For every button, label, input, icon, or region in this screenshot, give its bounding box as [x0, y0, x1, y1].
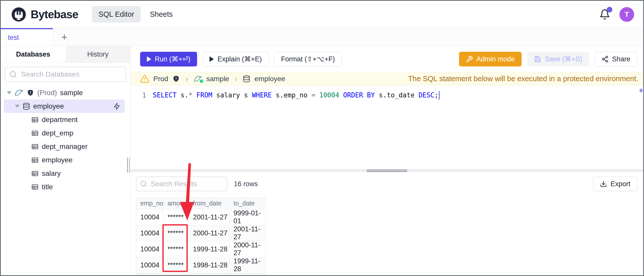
- lightning-icon[interactable]: [113, 102, 121, 110]
- cell-from-date: 1998-11-28: [189, 257, 229, 273]
- cell-to-date: 2000-11-27: [229, 241, 266, 257]
- mysql-dolphin-icon: [14, 89, 24, 97]
- table-name: dept_emp: [42, 129, 73, 137]
- text-cursor: [439, 91, 440, 100]
- protected-environment-notice: The SQL statement below will be executed…: [408, 75, 638, 83]
- download-icon: [600, 180, 607, 187]
- table-row[interactable]: 10004 ****** 2000-11-27 2001-11-27: [136, 225, 266, 241]
- results-panel: 16 rows Export emp_no: [130, 172, 643, 275]
- add-worksheet-button[interactable]: +: [53, 28, 76, 46]
- caret-down-icon[interactable]: [7, 91, 11, 94]
- worksheet-tabstrip: test +: [1, 28, 643, 46]
- results-search-input[interactable]: [150, 180, 223, 188]
- protected-environment-bar: Prod › sample ›: [130, 72, 643, 85]
- mysql-dolphin-icon: [194, 75, 202, 82]
- table-name: department: [42, 116, 78, 124]
- tree-table-dept-manager[interactable]: dept_manager: [1, 140, 130, 153]
- database-search[interactable]: [5, 67, 126, 82]
- play-icon: [210, 56, 214, 62]
- cell-to-date: 2001-11-27: [229, 225, 266, 241]
- line-number: 1: [130, 92, 153, 99]
- database-name: employee: [33, 102, 64, 110]
- editor-toolbar: Run (⌘+⏎) Explain (⌘+E) Format (⇧+⌥+F): [130, 46, 643, 72]
- tree-table-title[interactable]: title: [1, 180, 130, 194]
- worksheet-tab-label: test: [8, 34, 19, 42]
- tree-instance-row[interactable]: (Prod) sample: [1, 86, 130, 99]
- breadcrumb-database[interactable]: sample: [206, 75, 229, 83]
- panel-resize-divider[interactable]: [130, 169, 643, 172]
- export-button[interactable]: Export: [593, 177, 637, 191]
- admin-mode-button[interactable]: Admin mode: [459, 52, 522, 66]
- nav-sql-editor[interactable]: SQL Editor: [92, 6, 141, 23]
- save-button[interactable]: Save (⌘+S): [527, 52, 589, 66]
- cell-amount-masked: ******: [163, 209, 189, 225]
- results-search[interactable]: [136, 177, 227, 191]
- notification-dot: [607, 7, 612, 12]
- nav-sheets[interactable]: Sheets: [150, 10, 173, 19]
- sidebar-resize-handle[interactable]: [127, 158, 130, 172]
- minimap-cursor-marker: [640, 89, 642, 92]
- chevron-right-icon: ›: [235, 75, 237, 83]
- column-header-to-date[interactable]: to_date: [229, 198, 266, 209]
- cell-amount-masked: ******: [163, 225, 189, 241]
- search-icon: [140, 180, 147, 187]
- cell-from-date: 2000-11-27: [189, 225, 229, 241]
- table-icon: [31, 170, 39, 177]
- table-icon: [31, 183, 39, 191]
- cell-amount-masked: ******: [163, 241, 189, 257]
- column-header-emp-no[interactable]: emp_no: [136, 198, 163, 209]
- environment-label: (Prod): [37, 89, 57, 97]
- database-tree: (Prod) sample employee: [1, 86, 130, 194]
- column-header-amount[interactable]: amount: [163, 198, 189, 209]
- brand[interactable]: Bytebase: [11, 7, 78, 22]
- breadcrumb-environment[interactable]: Prod: [153, 75, 168, 83]
- app-window: Bytebase SQL Editor Sheets T test +: [0, 0, 644, 276]
- worksheet-tab-test[interactable]: test: [1, 28, 53, 46]
- tree-database-row-selected[interactable]: employee: [4, 99, 125, 113]
- database-icon: [243, 75, 250, 83]
- instance-name: sample: [60, 89, 83, 97]
- row-count: 16 rows: [234, 180, 258, 188]
- results-table: emp_no amount from_date to_date 10004 **…: [136, 197, 266, 275]
- sidebar-tab-history[interactable]: History: [66, 46, 130, 62]
- tree-table-department[interactable]: department: [1, 113, 130, 126]
- tree-table-dept-emp[interactable]: dept_emp: [1, 126, 130, 140]
- table-icon: [31, 129, 39, 137]
- notifications-button[interactable]: [599, 9, 610, 20]
- table-icon: [31, 143, 39, 150]
- cell-emp-no: 10004: [136, 225, 163, 241]
- share-button[interactable]: Share: [595, 52, 637, 66]
- caret-down-icon[interactable]: [15, 105, 20, 108]
- shield-alert-icon: [27, 89, 34, 97]
- avatar[interactable]: T: [619, 7, 634, 22]
- run-button[interactable]: Run (⌘+⏎): [140, 52, 197, 66]
- explain-button[interactable]: Explain (⌘+E): [203, 52, 269, 66]
- cell-to-date: 9999-01-01: [229, 209, 266, 225]
- table-name: dept_manager: [42, 143, 88, 151]
- column-header-from-date[interactable]: from_date: [189, 198, 229, 209]
- cell-emp-no: 10004: [136, 241, 163, 257]
- drag-grip-icon: [367, 170, 407, 172]
- search-icon: [9, 71, 17, 78]
- tree-table-employee[interactable]: employee: [1, 153, 130, 167]
- breadcrumb-table[interactable]: employee: [254, 75, 285, 83]
- table-row[interactable]: 10004 ****** 1998-11-28 1999-11-28: [136, 257, 266, 273]
- cell-from-date: 2001-11-27: [189, 209, 229, 225]
- table-name: employee: [42, 156, 72, 164]
- tree-table-salary[interactable]: salary: [1, 167, 130, 180]
- play-icon: [147, 56, 151, 62]
- sql-editor[interactable]: 1 SELECT s.* FROM salary s WHERE s.emp_n…: [130, 85, 643, 169]
- table-row[interactable]: 10004 ****** 1999-11-28 2000-11-27: [136, 241, 266, 257]
- table-row[interactable]: 10004 ****** 2001-11-27 9999-01-01: [136, 209, 266, 225]
- chevron-right-icon: ›: [185, 75, 188, 83]
- table-header-row: emp_no amount from_date to_date: [136, 198, 266, 209]
- format-button[interactable]: Format (⇧+⌥+F): [274, 52, 342, 66]
- database-search-input[interactable]: [21, 70, 122, 79]
- top-bar: Bytebase SQL Editor Sheets T: [1, 1, 643, 28]
- sidebar-tab-databases[interactable]: Databases: [1, 46, 66, 62]
- save-icon: [534, 56, 541, 63]
- warning-triangle-icon: [140, 74, 149, 83]
- table-row-partial[interactable]: [136, 273, 266, 275]
- table-icon: [31, 116, 39, 124]
- shield-alert-icon: [172, 75, 180, 83]
